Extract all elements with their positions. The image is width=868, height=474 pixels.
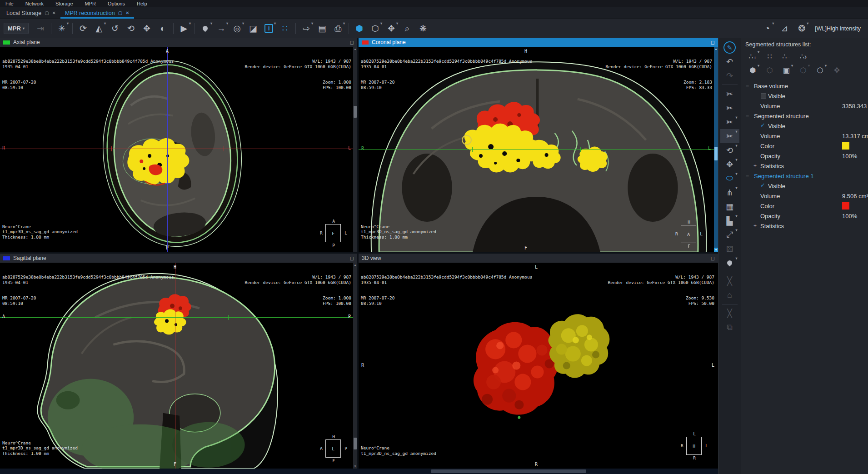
brush-icon[interactable]: ✎	[720, 40, 739, 55]
rotate-3d-icon[interactable]: ⟳	[75, 21, 91, 36]
collapse-icon[interactable]: −	[746, 83, 749, 89]
scrollbar-handle[interactable]	[431, 469, 586, 473]
cut-mesh-filled-icon[interactable]: ✂▾	[720, 129, 739, 143]
color-swatch-red[interactable]	[842, 202, 849, 210]
window-level-preset-label[interactable]: [WL]High intensity	[815, 25, 861, 32]
coronal-image-area[interactable]: ab8287529e38be0b4eba222b3153fe9cdd5294f3…	[359, 47, 718, 252]
split-bones-icon[interactable]: ╳	[720, 306, 739, 320]
menu-mpr[interactable]: MPR	[85, 1, 96, 6]
menu-options[interactable]: Options	[108, 1, 125, 6]
detach-tab-icon[interactable]: ▢	[118, 10, 122, 15]
random-color-icon[interactable]: ⚄	[720, 242, 739, 256]
detach-tab-icon[interactable]: ▢	[45, 10, 49, 15]
tree-row-color[interactable]: Color	[744, 141, 866, 151]
location-pin-icon[interactable]: ▾	[720, 256, 739, 270]
build-mesh-icon[interactable]: ⬢▾	[744, 64, 761, 77]
remove-bones-icon[interactable]: ╳	[720, 274, 739, 288]
visible-checkbox[interactable]	[761, 93, 766, 99]
point-marker-icon[interactable]: ▾	[198, 21, 213, 36]
menu-file[interactable]: File	[5, 1, 14, 6]
tree-group-base-volume[interactable]: − Base volume	[744, 81, 866, 91]
coronal-titlebar[interactable]: Coronal plane ◻	[359, 38, 718, 47]
structures-icon[interactable]: ∷	[277, 21, 293, 36]
eraser-icon[interactable]: ◪	[245, 21, 261, 36]
tree-row-visible[interactable]: ✓ Visible	[744, 181, 866, 191]
axial-scrollbar[interactable]: ▲	[353, 47, 357, 252]
scrollbar-handle[interactable]	[354, 106, 357, 118]
import-mesh-icon[interactable]: ⬡▾	[812, 64, 828, 77]
tree-row-visible[interactable]: ✓ Visible	[744, 121, 866, 131]
cut-mesh-icon[interactable]: ✂▾	[720, 115, 739, 129]
scroll-up-icon[interactable]: ▲	[353, 263, 357, 267]
cut-inside-icon[interactable]: ✂	[720, 87, 739, 101]
volume-render-icon[interactable]: ⬢	[352, 21, 367, 36]
duplicate-volume-icon[interactable]: ⧉	[720, 320, 739, 334]
move-view-icon[interactable]: ✥▾	[720, 157, 739, 171]
maximize-icon[interactable]: ◻	[711, 40, 715, 45]
tree-row-statistics[interactable]: + Statistics	[744, 221, 866, 231]
freeze-view-icon[interactable]: ❋	[415, 21, 431, 36]
mesh-options-icon[interactable]: ⬡▾	[795, 64, 812, 77]
save-structures-icon[interactable]: ▣▾	[778, 64, 795, 77]
tree-row-opacity[interactable]: Opacity 100%	[744, 151, 866, 161]
crosshair-horizontal[interactable]	[0, 149, 357, 149]
tab-mpr-reconstruction[interactable]: MPR reconstruction ▢ ✕	[60, 7, 134, 19]
pan-annotation-icon[interactable]: ✥▾	[384, 21, 399, 36]
rotate-view-icon[interactable]: ⟲▾	[720, 143, 739, 157]
scroll-down-button[interactable]: ▼	[714, 248, 718, 252]
expand-icon[interactable]: +	[753, 223, 757, 229]
sagittal-titlebar[interactable]: Sagittal plane ◻	[0, 254, 357, 263]
export-series-icon[interactable]: ⇨▾	[299, 21, 314, 36]
scrollbar-handle[interactable]	[714, 147, 718, 160]
tree-group-segmented-structure-1[interactable]: − Segmented structure 1	[744, 171, 866, 181]
menu-network[interactable]: Network	[25, 1, 44, 6]
flip-horizontal-icon[interactable]: ◭▾	[91, 21, 107, 36]
tree-group-segmented-structure[interactable]: − Segmented structure	[744, 111, 866, 121]
close-tab-icon[interactable]: ✕	[52, 10, 56, 15]
view3d-titlebar[interactable]: 3D view ◻	[359, 254, 718, 263]
scroll-up-icon[interactable]: ▲	[714, 47, 718, 51]
render-settings-icon[interactable]: ◔▾	[759, 21, 775, 36]
mouse-mode-icon[interactable]: ⬭▾	[720, 171, 739, 185]
magnifier-icon[interactable]: ⌕	[399, 21, 415, 36]
histogram-icon[interactable]: ⊿	[777, 21, 792, 36]
tab-local-storage[interactable]: Local Storage ▢ ✕	[2, 7, 60, 19]
collapse-icon[interactable]: −	[746, 113, 749, 119]
sync-slices-icon[interactable]: ⇥	[33, 21, 48, 36]
move-structure-icon[interactable]: ✥	[828, 64, 845, 77]
maximize-icon[interactable]: ◻	[350, 40, 354, 45]
view3d-image-area[interactable]: ab8287529e38be0b4eba222b3153fe9cdd5294f3…	[359, 263, 718, 469]
tree-row-visible[interactable]: Visible	[744, 91, 866, 101]
remove-couch-icon[interactable]: ⌂	[720, 288, 739, 302]
region-grow-icon[interactable]: ⋔▾	[720, 185, 739, 200]
goto-marker-icon[interactable]: →▾	[214, 21, 229, 36]
rotate-ccw-icon[interactable]: ↺	[107, 21, 123, 36]
merge-region-icon[interactable]: ▙▾	[720, 214, 739, 228]
expand-icon[interactable]: +	[753, 163, 757, 169]
cut-outside-icon[interactable]: ✂	[720, 101, 739, 115]
menu-storage[interactable]: Storage	[55, 1, 73, 6]
crosshair-horizontal[interactable]	[359, 149, 718, 150]
volume-wireframe-icon[interactable]: ⬡▾	[368, 21, 383, 36]
axial-image-area[interactable]: ab8287529e38be0b4eba222b3153fe9cdd5294f3…	[0, 47, 357, 252]
maximize-icon[interactable]: ◻	[350, 255, 354, 261]
smooth-mesh-icon[interactable]: ⬡	[761, 64, 778, 77]
menu-help[interactable]: Help	[137, 1, 147, 6]
undo-icon[interactable]: ↶	[720, 55, 739, 69]
axial-titlebar[interactable]: Axial plane ◻	[0, 38, 357, 47]
add-structure-icon[interactable]: ∴₊▾	[744, 50, 761, 63]
scroll-up-icon[interactable]: ▲	[353, 47, 357, 51]
print-icon[interactable]: ⎙▾	[330, 21, 346, 36]
mpr-mode-button[interactable]: MPR ▾	[4, 23, 29, 34]
export-structure-icon[interactable]: ∴›	[795, 50, 812, 63]
info-icon[interactable]: i▾	[261, 21, 277, 36]
fit-view-icon[interactable]: ⤢▾	[720, 228, 739, 242]
localizer-icon[interactable]: ✳▾	[54, 21, 70, 36]
color-swatch-yellow[interactable]	[842, 142, 849, 150]
tree-row-statistics[interactable]: + Statistics	[744, 161, 866, 171]
redo-icon[interactable]: ↷	[720, 69, 739, 83]
bottom-scrollbar[interactable]	[0, 469, 718, 474]
coronal-scrollbar[interactable]: ▲ ▼	[714, 47, 718, 252]
tree-row-opacity[interactable]: Opacity 100%	[744, 211, 866, 221]
scrollbar-handle[interactable]	[354, 438, 357, 449]
